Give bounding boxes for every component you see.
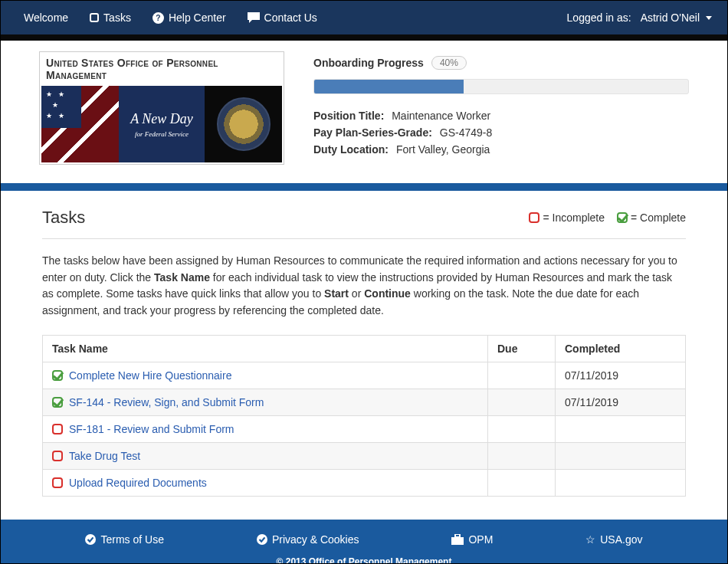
help-icon: ? <box>152 12 164 24</box>
task-link[interactable]: SF-181 - Review and Submit Form <box>69 423 234 435</box>
seal-icon <box>217 97 271 151</box>
svg-rect-4 <box>451 537 464 545</box>
progress-row: Onboarding Progress 40% <box>313 56 689 70</box>
footer-terms[interactable]: Terms of Use <box>85 533 163 546</box>
due-cell <box>488 442 556 469</box>
table-header-row: Task Name Due Completed <box>43 335 686 362</box>
onboarding-info: Onboarding Progress 40% Position Title: … <box>313 51 689 165</box>
nav-help[interactable]: ? Help Center <box>142 2 237 33</box>
table-row: SF-144 - Review, Sign, and Submit Form07… <box>43 389 686 415</box>
progress-fill <box>314 80 464 93</box>
tasks-table: Task Name Due Completed Complete New Hir… <box>42 335 686 497</box>
incomplete-icon <box>52 424 63 434</box>
svg-text:?: ? <box>156 14 160 22</box>
progress-label: Onboarding Progress <box>313 57 424 69</box>
table-row: SF-181 - Review and Submit Form <box>43 415 686 442</box>
logged-in-label: Logged in as: <box>567 11 631 24</box>
nav-contact[interactable]: Contact Us <box>237 2 328 33</box>
incomplete-icon <box>52 451 63 461</box>
duty-location-label: Duty Location: <box>313 143 389 156</box>
top-navbar: Welcome Tasks ? Help Center Contact Us L… <box>1 1 727 34</box>
completed-cell <box>556 442 686 469</box>
completed-cell <box>556 415 686 442</box>
due-cell <box>488 389 556 415</box>
footer-privacy-label: Privacy & Cookies <box>272 533 359 546</box>
incomplete-icon <box>52 477 63 488</box>
completed-cell <box>556 469 686 496</box>
position-title-line: Position Title: Maintenance Worker <box>313 110 689 122</box>
pay-plan-line: Pay Plan-Series-Grade: GS-4749-8 <box>313 126 689 139</box>
footer-privacy[interactable]: Privacy & Cookies <box>257 533 359 546</box>
table-row: Take Drug Test <box>43 442 686 469</box>
section-divider <box>1 183 727 191</box>
position-title-label: Position Title: <box>313 110 384 122</box>
table-body: Complete New Hire Questionnaire07/11/201… <box>43 362 686 496</box>
task-cell: SF-144 - Review, Sign, and Submit Form <box>43 389 488 415</box>
task-link[interactable]: Upload Required Documents <box>69 477 207 489</box>
duty-location-line: Duty Location: Fort Valley, Georgia <box>313 143 689 156</box>
complete-icon <box>617 212 628 223</box>
task-link[interactable]: Complete New Hire Questionnaire <box>69 369 231 382</box>
complete-icon <box>52 397 63 408</box>
incomplete-icon <box>529 212 539 223</box>
footer-usa[interactable]: ☆ USA.gov <box>585 533 642 546</box>
position-title-value: Maintenance Worker <box>392 110 490 122</box>
intro-text: The tasks below have been assigned by Hu… <box>42 253 686 320</box>
main-content: Tasks = Incomplete = Complete The tasks … <box>1 191 727 520</box>
due-cell <box>488 469 556 496</box>
status-legend: = Incomplete = Complete <box>529 212 686 224</box>
progress-badge: 40% <box>431 56 467 70</box>
nav-tasks-label: Tasks <box>103 11 131 24</box>
section-header: Tasks = Incomplete = Complete <box>42 208 686 239</box>
opm-name: United States Office of Personnel Manage… <box>41 54 282 86</box>
section-title: Tasks <box>42 208 85 228</box>
footer-usa-label: USA.gov <box>600 533 642 546</box>
footer-terms-label: Terms of Use <box>100 533 163 546</box>
legend-incomplete: = Incomplete <box>529 212 605 224</box>
header-panel: United States Office of Personnel Manage… <box>1 41 727 183</box>
check-circle-icon <box>85 534 96 545</box>
due-cell <box>488 362 556 389</box>
nav-left: Welcome Tasks ? Help Center Contact Us <box>13 2 328 33</box>
task-link[interactable]: SF-144 - Review, Sign, and Submit Form <box>69 396 264 408</box>
briefcase-icon <box>451 534 464 545</box>
new-day-script: A New Day <box>130 111 193 127</box>
nav-help-label: Help Center <box>169 11 226 24</box>
table-row: Upload Required Documents <box>43 469 686 496</box>
task-cell: SF-181 - Review and Submit Form <box>43 415 488 442</box>
new-day-image: A New Day for Federal Service <box>119 86 205 162</box>
flag-image: ★ ★ ★ ★ ★ <box>41 86 119 162</box>
new-day-sub: for Federal Service <box>135 130 189 138</box>
nav-tasks[interactable]: Tasks <box>79 2 142 33</box>
footer-opm-label: OPM <box>468 533 493 546</box>
nav-contact-label: Contact Us <box>264 11 317 24</box>
footer-copyright: © 2013 Office of Personnel Management <box>1 556 727 564</box>
completed-cell: 07/11/2019 <box>556 362 686 389</box>
pay-plan-value: GS-4749-8 <box>440 126 492 139</box>
nav-welcome-label: Welcome <box>24 11 68 24</box>
footer: Terms of Use Privacy & Cookies OPM ☆ USA… <box>1 520 727 564</box>
user-menu[interactable]: Astrid O'Neil <box>638 4 715 31</box>
duty-location-value: Fort Valley, Georgia <box>396 143 490 156</box>
completed-cell: 07/11/2019 <box>556 389 686 415</box>
user-name: Astrid O'Neil <box>641 11 700 24</box>
chevron-down-icon <box>706 16 712 20</box>
task-cell: Complete New Hire Questionnaire <box>43 362 488 389</box>
table-row: Complete New Hire Questionnaire07/11/201… <box>43 362 686 389</box>
task-cell: Take Drug Test <box>43 442 488 469</box>
nav-welcome[interactable]: Welcome <box>13 2 79 33</box>
complete-icon <box>52 370 63 381</box>
star-icon: ☆ <box>585 533 595 546</box>
task-link[interactable]: Take Drug Test <box>69 450 140 462</box>
chat-icon <box>248 12 260 23</box>
footer-links: Terms of Use Privacy & Cookies OPM ☆ USA… <box>1 533 727 546</box>
divider-band <box>1 34 727 41</box>
footer-opm[interactable]: OPM <box>451 533 493 546</box>
nav-right: Logged in as: Astrid O'Neil <box>567 4 715 31</box>
pay-plan-label: Pay Plan-Series-Grade: <box>313 126 432 139</box>
due-cell <box>488 415 556 442</box>
opm-seal-image <box>205 86 282 162</box>
progress-bar <box>313 79 689 94</box>
task-cell: Upload Required Documents <box>43 469 488 496</box>
svg-rect-5 <box>455 534 460 537</box>
